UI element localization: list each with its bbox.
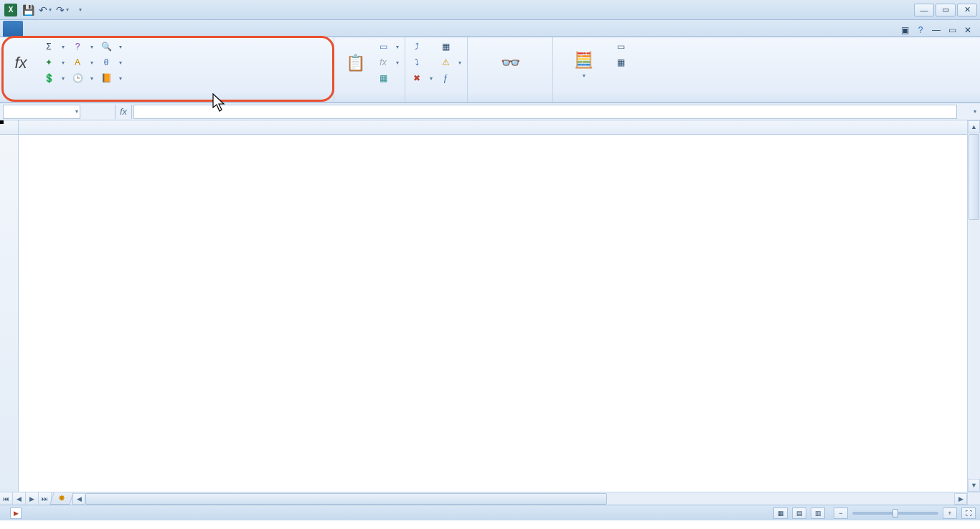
scroll-up-button[interactable]: ▲ [968,120,980,133]
vertical-scrollbar[interactable]: ▲ ▼ [967,120,980,492]
normal-view-button[interactable]: ▦ [773,507,788,519]
group-label-calculation [556,100,629,103]
trace-dependents-button[interactable]: ⤵ [408,54,435,70]
redo-icon[interactable]: ↷▾ [55,2,70,18]
select-all-corner[interactable] [0,120,19,135]
name-box[interactable]: ▾ [3,105,80,119]
sheet-nav-first-button[interactable]: ⏮ [0,492,13,505]
page-break-view-button[interactable]: ▥ [811,507,825,519]
logic-icon: ? [72,41,83,52]
name-manager-icon: 📋 [344,52,367,75]
scroll-right-button[interactable]: ▶ [954,493,967,505]
close-button[interactable]: ✕ [957,4,977,16]
calculate-sheet-button[interactable]: ▦ [612,54,629,70]
text-icon: A [72,57,83,68]
new-sheet-button[interactable]: ✸ [50,492,74,505]
spreadsheet-grid: ▲ ▼ ⏮ ◀ ▶ ⏭ ✸ ◀ ▶ [0,120,980,505]
name-box-dropdown-icon[interactable]: ▾ [75,108,78,115]
dependents-icon: ⤵ [411,57,423,68]
mdi-minimize-icon[interactable]: — [930,24,943,37]
minimize-ribbon-icon[interactable]: ▣ [898,24,911,37]
page-layout-view-button[interactable]: ▤ [792,507,806,519]
evaluate-formula-button[interactable]: ƒ [437,70,464,86]
calc-icon: 🧮 [572,49,595,72]
show-formulas-icon: ▦ [440,41,451,52]
scroll-corner [967,492,980,505]
horizontal-scrollbar[interactable]: ◀ ▶ [72,492,967,505]
row-headers [0,135,19,492]
zoom-slider[interactable] [852,512,938,515]
remove-arrows-icon: ✖ [411,72,423,84]
money-icon: 💲 [43,72,55,84]
warning-icon: ⚠ [440,57,451,68]
fullscreen-button[interactable]: ⛶ [961,507,976,519]
more-functions-button[interactable]: 📙▾ [98,70,125,86]
precedents-icon: ⤴ [411,41,423,52]
mdi-close-icon[interactable]: ✕ [961,24,974,37]
group-label-library [3,100,331,103]
show-formulas-button[interactable]: ▦ [437,39,464,54]
calc-sheet-icon: ▦ [615,57,626,68]
ribbon: fx Σ▾ ✦▾ 💲▾ ?▾ A▾ 🕒▾ 🔍▾ θ▾ 📙▾ [0,37,980,103]
define-name-button[interactable]: ▭▾ [374,39,402,54]
vscroll-thumb[interactable] [969,134,979,220]
lookup-button[interactable]: 🔍▾ [98,39,125,54]
save-icon[interactable]: 💾 [20,2,36,18]
sheet-nav-prev-button[interactable]: ◀ [13,492,26,505]
sigma-icon: Σ [43,41,55,52]
help-icon[interactable]: ? [914,24,927,37]
insert-function-button[interactable]: fx [3,39,39,89]
zoom-out-button[interactable]: − [834,507,848,519]
date-time-button[interactable]: 🕒▾ [69,70,96,86]
text-button[interactable]: A▾ [69,54,96,70]
scroll-down-button[interactable]: ▼ [968,479,980,492]
title-bar: X 💾 ↶▾ ↷▾ ▾ — ▭ ✕ [0,0,980,20]
name-manager-button[interactable]: 📋 [337,39,373,89]
scroll-left-button[interactable]: ◀ [72,493,85,505]
lookup-icon: 🔍 [100,41,112,52]
logical-button[interactable]: ?▾ [69,39,96,54]
calculate-now-button[interactable]: ▭ [612,39,629,54]
mdi-restore-icon[interactable]: ▭ [946,24,958,37]
create-from-selection-button[interactable]: ▦ [374,70,402,86]
formula-bar-expand-icon[interactable]: ▾ [970,108,980,115]
recently-used-button[interactable]: ✦▾ [40,54,67,70]
use-in-formula-button: fx▾ [374,54,402,70]
cells-area[interactable] [19,135,967,492]
macro-record-icon[interactable]: ▶ [10,507,22,519]
remove-arrows-button[interactable]: ✖▾ [408,70,435,86]
formula-input[interactable] [133,105,957,119]
theta-icon: θ [100,57,112,68]
calculation-options-button[interactable]: 🧮 ▾ [556,39,611,89]
fx-button[interactable]: fx [115,105,132,119]
maximize-button[interactable]: ▭ [936,4,956,16]
book-icon: 📙 [100,72,112,84]
minimize-button[interactable]: — [914,4,934,16]
math-button[interactable]: θ▾ [98,54,125,70]
file-tab[interactable] [3,21,23,37]
column-headers [19,120,967,135]
window-controls: — ▭ ✕ [914,4,980,16]
zoom-in-button[interactable]: + [943,507,957,519]
sheet-nav-next-button[interactable]: ▶ [26,492,39,505]
new-sheet-icon: ✸ [58,493,65,503]
grid-icon: ▦ [377,72,389,84]
error-checking-button[interactable]: ⚠▾ [437,54,464,70]
undo-icon[interactable]: ↶▾ [37,2,53,18]
sheet-tab-bar: ⏮ ◀ ▶ ⏭ ✸ ◀ ▶ [0,492,967,505]
group-label-names [337,100,402,103]
fx-icon: fx [9,52,32,75]
watch-window-button[interactable]: 👓 [471,39,550,89]
excel-icon[interactable]: X [3,2,19,18]
qat-customize-icon[interactable]: ▾ [72,2,88,18]
calc-now-icon: ▭ [615,41,626,52]
financial-button[interactable]: 💲▾ [40,70,67,86]
trace-precedents-button[interactable]: ⤴ [408,39,435,54]
clock-icon: 🕒 [72,72,83,84]
status-bar: ▶ ▦ ▤ ▥ − + ⛶ [0,505,980,520]
hscroll-thumb[interactable] [85,493,607,505]
tag-icon: ▭ [377,41,389,52]
evaluate-icon: ƒ [440,72,451,84]
zoom-slider-knob[interactable] [892,509,898,518]
autosum-button[interactable]: Σ▾ [40,39,67,54]
